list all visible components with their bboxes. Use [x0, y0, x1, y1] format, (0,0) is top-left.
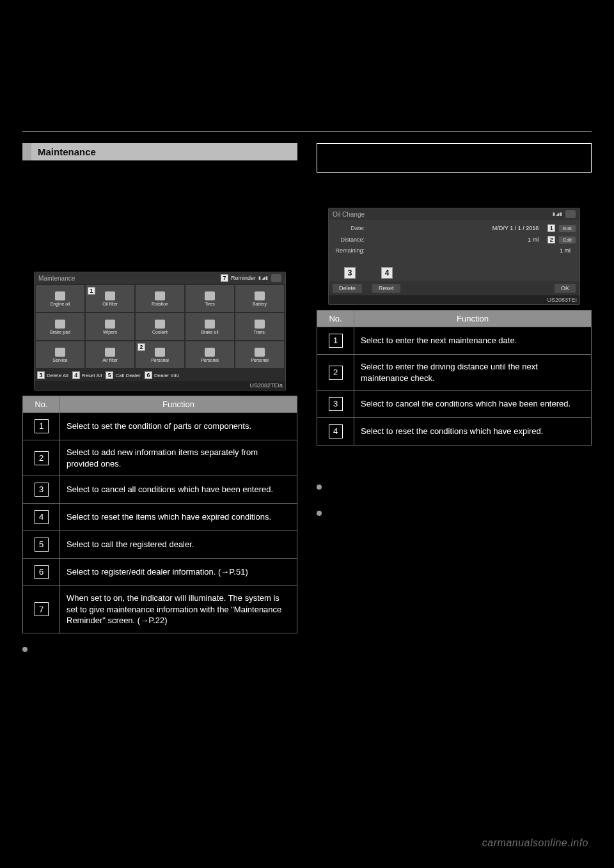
row-num: 2 — [35, 451, 49, 465]
bullet-icon — [22, 647, 28, 652]
reset-all-button[interactable]: Reset All — [82, 373, 102, 378]
marker-3: 3 — [344, 267, 356, 279]
row-func: Select to call the registered dealer. — [60, 531, 297, 559]
back-icon[interactable] — [565, 210, 576, 218]
rotation-icon — [155, 291, 165, 300]
right-function-table: No. Function 1Select to enter the next m… — [317, 310, 592, 446]
maint-item-wipers[interactable]: Wipers — [86, 313, 134, 340]
brake-pad-icon — [55, 320, 65, 329]
maint-item-engine-oil[interactable]: Engine oil — [36, 285, 84, 312]
row-num: 4 — [329, 424, 343, 438]
row-value: M/D/Y 1 / 1 / 2016 — [368, 225, 544, 231]
maint-item-personal-2[interactable]: Personal — [185, 341, 234, 368]
maintenance-screenshot: Maintenance 7 Reminder ▮◢▮ Engine oil 1O… — [34, 272, 286, 391]
row-func: Select to cancel the conditions which ha… — [354, 391, 592, 418]
table-row: 7When set to on, the indicator will illu… — [23, 586, 297, 633]
dealer-info-button[interactable]: Dealer Info — [154, 373, 179, 378]
table-header-no: No. — [23, 396, 60, 413]
header-rule — [22, 131, 592, 132]
row-num: 2 — [329, 366, 343, 380]
marker-5: 5 — [106, 371, 113, 379]
maint-item-brake-pad[interactable]: Brake pad — [36, 313, 84, 340]
row-num: 1 — [329, 334, 343, 348]
screenshot-header-right: ▮◢▮ — [553, 210, 576, 218]
edit-button[interactable]: Edit — [559, 236, 576, 244]
right-column: Oil Change ▮◢▮ Date: M/D/Y 1 / 1 / 2016 … — [317, 143, 592, 654]
oil-change-footer: Delete Reset OK — [329, 281, 579, 295]
screenshot-title: Oil Change — [333, 211, 365, 218]
maint-item-battery[interactable]: Battery — [235, 285, 284, 312]
table-row: 4Select to reset the items which have ex… — [23, 504, 297, 531]
table-row: 5Select to call the registered dealer. — [23, 531, 297, 559]
maint-item-rotation[interactable]: Rotation — [136, 285, 184, 312]
coolant-icon — [155, 320, 165, 329]
screenshot-header-right: 7 Reminder ▮◢▮ — [221, 274, 281, 282]
row-func: Select to cancel all conditions which ha… — [60, 476, 297, 504]
screenshot-header: Maintenance 7 Reminder ▮◢▮ — [35, 272, 285, 284]
section-heading-bar: Maintenance — [22, 143, 297, 160]
maint-item-brake-oil[interactable]: Brake oil — [185, 313, 234, 340]
image-code: US2083TEI — [329, 295, 579, 304]
call-dealer-button[interactable]: Call Dealer — [115, 373, 141, 378]
maintenance-footer: 3Delete All 4Reset All 5Call Dealer 6Dea… — [35, 369, 285, 381]
maint-item-air-filter[interactable]: Air filter — [86, 341, 134, 368]
tires-icon — [205, 291, 215, 300]
hidden-note: hidden — [22, 645, 297, 654]
reminder-label: Reminder — [231, 275, 256, 281]
left-function-table: No. Function 1Select to set the conditio… — [22, 396, 297, 633]
screenshot-title: Maintenance — [38, 275, 75, 282]
table-row: 6Select to register/edit dealer informat… — [23, 559, 297, 586]
maint-item-tires[interactable]: Tires — [185, 285, 234, 312]
reset-button[interactable]: Reset — [372, 284, 400, 293]
oil-change-row-distance: Distance: 1 mi 2 Edit — [333, 234, 576, 245]
table-row: 4Select to reset the conditions which ha… — [317, 418, 592, 446]
maint-item-coolant[interactable]: Coolant — [136, 313, 184, 340]
maint-item-service[interactable]: Service — [36, 341, 84, 368]
marker-2: 2 — [547, 236, 555, 244]
personal-icon — [155, 348, 165, 357]
marker-3: 3 — [37, 371, 45, 379]
trans-icon — [255, 320, 265, 329]
back-icon[interactable] — [271, 274, 281, 282]
table-header-function: Function — [60, 396, 297, 413]
table-row: 2Select to add new information items sep… — [23, 440, 297, 476]
row-func: Select to register/edit dealer informati… — [60, 559, 297, 586]
row-num: 5 — [35, 538, 49, 552]
left-column: Maintenance Maintenance 7 Reminder ▮◢▮ E… — [22, 143, 297, 654]
row-func: Select to reset the conditions which hav… — [354, 418, 592, 446]
service-icon — [55, 348, 65, 357]
blank-intro-space — [22, 169, 297, 265]
row-value: 1 mi — [368, 236, 544, 243]
maint-item-oil-filter[interactable]: 1Oil filter — [86, 285, 134, 312]
maint-item-personal-1[interactable]: 2Personal — [136, 341, 184, 368]
signal-icon: ▮◢▮ — [258, 275, 269, 281]
maintenance-grid: Engine oil 1Oil filter Rotation Tires Ba… — [35, 284, 285, 369]
heading-stripe — [22, 143, 31, 160]
row-num: 6 — [35, 565, 49, 579]
manual-page: Maintenance Maintenance 7 Reminder ▮◢▮ E… — [0, 0, 614, 868]
delete-button[interactable]: Delete — [333, 284, 362, 293]
edit-button[interactable]: Edit — [559, 225, 576, 232]
row-label: Distance: — [333, 236, 365, 243]
oil-change-row-date: Date: M/D/Y 1 / 1 / 2016 1 Edit — [333, 222, 576, 234]
row-label: Date: — [333, 225, 365, 231]
marker-6: 6 — [145, 371, 152, 379]
row-value: 1 mi — [368, 247, 576, 254]
marker-4: 4 — [72, 371, 80, 379]
two-column-layout: Maintenance Maintenance 7 Reminder ▮◢▮ E… — [22, 143, 592, 654]
delete-all-button[interactable]: Delete All — [47, 373, 68, 378]
marker-1: 1 — [547, 224, 555, 232]
row-num: 3 — [35, 483, 49, 497]
air-filter-icon — [105, 348, 115, 357]
oil-change-screenshot: Oil Change ▮◢▮ Date: M/D/Y 1 / 1 / 2016 … — [328, 208, 580, 305]
signal-icon: ▮◢▮ — [553, 212, 563, 217]
row-func: Select to reset the items which have exp… — [60, 504, 297, 531]
ok-button[interactable]: OK — [555, 284, 576, 293]
table-header-no: No. — [317, 311, 354, 327]
row-func: When set to on, the indicator will illum… — [60, 586, 297, 633]
marker-7: 7 — [221, 274, 228, 282]
right-heading-box — [317, 143, 592, 173]
maint-item-trans[interactable]: Trans. — [235, 313, 284, 340]
table-row: 1Select to set the condition of parts or… — [23, 413, 297, 440]
maint-item-personal-3[interactable]: Personal — [235, 341, 284, 368]
